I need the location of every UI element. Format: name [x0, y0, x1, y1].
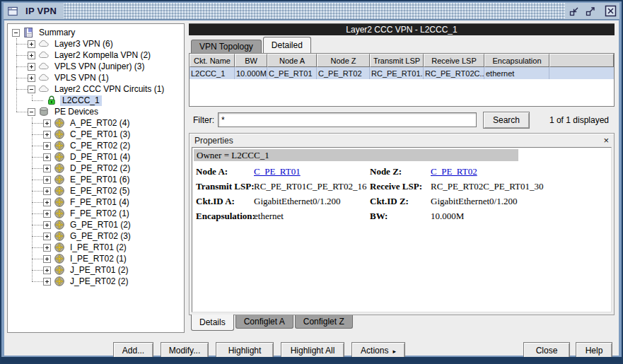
expand-plus-icon[interactable]: [43, 233, 51, 240]
tree-item-e-pe-rt01-6[interactable]: E_PE_RT01 (6): [8, 174, 184, 185]
expand-plus-icon[interactable]: [43, 165, 51, 172]
filter-status: 1 of 1 displayed: [549, 115, 609, 125]
collapse-minus-icon[interactable]: [12, 29, 20, 37]
collapse-minus-icon[interactable]: [28, 86, 35, 93]
properties-title-bar: Properties ×: [190, 134, 614, 147]
expand-plus-icon[interactable]: [43, 199, 51, 206]
title-bar[interactable]: IP VPN: [4, 3, 619, 20]
property-value: GigabitEthernet0/1.200: [254, 196, 370, 207]
expand-plus-icon[interactable]: [28, 40, 35, 48]
tree-item-j-pe-rt02-2[interactable]: J_PE_RT02 (2): [8, 276, 184, 287]
tab-vpn-topology[interactable]: VPN Topology: [191, 40, 262, 53]
column-header-node-a[interactable]: Node A: [267, 54, 317, 67]
maximize-icon[interactable]: [583, 4, 597, 18]
top-tabs: VPN TopologyDetailed: [189, 37, 615, 53]
property-value: RC_PE_RT02C_PE_RT01_30: [431, 181, 610, 192]
column-header-encapsulation[interactable]: Encapsulation: [484, 54, 549, 67]
restore-icon[interactable]: [567, 4, 581, 18]
tree-item-label: A_PE_RT02 (4): [68, 118, 132, 129]
expand-plus-icon[interactable]: [43, 119, 51, 127]
tree-connector-line: [32, 202, 43, 203]
expand-plus-icon[interactable]: [43, 153, 51, 161]
router-icon: [54, 253, 65, 264]
column-header-transmit-lsp[interactable]: Transmit LSP: [370, 54, 424, 67]
cloud-icon: [38, 38, 50, 49]
router-icon: [54, 208, 65, 219]
expand-plus-icon[interactable]: [43, 266, 51, 274]
tab-configlet-a[interactable]: Configlet A: [235, 315, 293, 329]
tree-item-c-pe-rt01-3[interactable]: C_PE_RT01 (3): [8, 129, 184, 140]
column-header-ckt-name[interactable]: Ckt. Name: [190, 54, 235, 67]
tree-item-label: I_PE_RT01 (2): [68, 242, 129, 253]
tree-item-d-pe-rt02-2[interactable]: D_PE_RT02 (2): [8, 163, 184, 174]
column-header-filler: [549, 54, 614, 67]
tree-item-a-pe-rt02-4[interactable]: A_PE_RT02 (4): [8, 117, 184, 129]
expand-plus-icon[interactable]: [43, 221, 51, 229]
search-button[interactable]: Search: [483, 112, 530, 129]
cloud-icon: [38, 72, 50, 83]
tab-configlet-z[interactable]: Configlet Z: [295, 315, 353, 329]
tree-item-label: J_PE_RT02 (2): [68, 276, 130, 287]
router-icon: [54, 242, 65, 253]
expand-plus-icon[interactable]: [28, 63, 35, 71]
tree-item-l2ccc-1[interactable]: L2CCC_1: [8, 95, 184, 106]
column-header-receive-lsp[interactable]: Receive LSP: [424, 54, 484, 67]
table-header: Ckt. NameBWNode ANode ZTransmit LSPRecei…: [190, 54, 614, 67]
table-empty-area: [190, 79, 614, 106]
expand-plus-icon[interactable]: [43, 255, 51, 263]
expand-plus-icon[interactable]: [43, 176, 51, 184]
expand-plus-icon[interactable]: [43, 187, 51, 195]
close-icon[interactable]: [604, 4, 617, 18]
tree-item-i-pe-rt02-1[interactable]: I_PE_RT02 (1): [8, 253, 184, 264]
router-icon: [54, 163, 65, 174]
tab-details[interactable]: Details: [191, 315, 234, 331]
cell-encapsulation: ethernet: [484, 67, 549, 79]
tree-item-f-pe-rt01-4[interactable]: F_PE_RT01 (4): [8, 196, 184, 208]
tree-item-g-pe-rt01-2[interactable]: G_PE_RT01 (2): [8, 219, 184, 230]
expand-plus-icon[interactable]: [43, 210, 51, 218]
tree-item-f-pe-rt02-1[interactable]: F_PE_RT02 (1): [8, 208, 184, 219]
tab-detailed[interactable]: Detailed: [263, 37, 311, 53]
column-header-bw[interactable]: BW: [235, 54, 267, 67]
tree-item-d-pe-rt01-4[interactable]: D_PE_RT01 (4): [8, 151, 184, 163]
expand-plus-icon[interactable]: [43, 131, 51, 139]
tree-connector-line: [16, 55, 28, 56]
tree-item-summary[interactable]: Summary: [8, 27, 184, 38]
tree-item-layer2-kompella-vpn-2[interactable]: Layer2 Kompella VPN (2): [8, 49, 184, 61]
tree-item-i-pe-rt01-2[interactable]: I_PE_RT01 (2): [8, 242, 184, 253]
cell-filler: [549, 67, 614, 79]
node-link[interactable]: C_PE_RT02: [431, 166, 477, 177]
expand-plus-icon[interactable]: [28, 74, 35, 82]
tree-item-vpls-vpn-1[interactable]: VPLS VPN (1): [8, 72, 184, 83]
router-icon: [54, 151, 65, 163]
devices-icon: [38, 106, 50, 117]
tree-item-g-pe-rt02-3[interactable]: G_PE_RT02 (3): [8, 230, 184, 242]
tree-item-vpls-vpn-juniper-3[interactable]: VPLS VPN (Juniper) (3): [8, 61, 184, 72]
tree-item-j-pe-rt01-2[interactable]: J_PE_RT01 (2): [8, 264, 184, 276]
tree-item-label: J_PE_RT01 (2): [68, 265, 130, 276]
table-row[interactable]: L2CCC_110.000MC_PE_RT01C_PE_RT02RC_PE_RT…: [190, 67, 614, 79]
tree-item-layer2-ccc-vpn-circuits-1[interactable]: Layer2 CCC VPN Circuits (1): [8, 83, 184, 95]
tree-connector-line: [32, 168, 43, 169]
tree-item-label: C_PE_RT01 (3): [68, 129, 132, 140]
tree-item-c-pe-rt02-2[interactable]: C_PE_RT02 (2): [8, 140, 184, 151]
tree-connector-line: [16, 44, 28, 45]
expand-plus-icon[interactable]: [28, 52, 35, 59]
expand-plus-icon[interactable]: [43, 142, 51, 150]
tree-item-e-pe-rt02-5[interactable]: E_PE_RT02 (5): [8, 185, 184, 196]
tree-connector-line: [16, 89, 28, 90]
owner-row[interactable]: Owner = L2CCC_1: [194, 149, 518, 161]
tree-connector-line: [32, 157, 43, 158]
expand-plus-icon[interactable]: [43, 244, 51, 252]
tree-item-layer3-vpn-6[interactable]: Layer3 VPN (6): [8, 38, 184, 49]
filter-input[interactable]: [218, 112, 477, 127]
node-link[interactable]: C_PE_RT01: [254, 166, 301, 177]
cell-bw: 10.000M: [235, 67, 267, 79]
collapse-minus-icon[interactable]: [28, 108, 35, 116]
router-icon: [54, 219, 65, 230]
close-properties-icon[interactable]: ×: [603, 136, 609, 145]
expand-plus-icon[interactable]: [43, 278, 51, 286]
window-content: SummaryLayer3 VPN (6)Layer2 Kompella VPN…: [4, 20, 619, 356]
tree-item-pe-devices[interactable]: PE Devices: [8, 106, 184, 117]
column-header-node-z[interactable]: Node Z: [317, 54, 370, 67]
